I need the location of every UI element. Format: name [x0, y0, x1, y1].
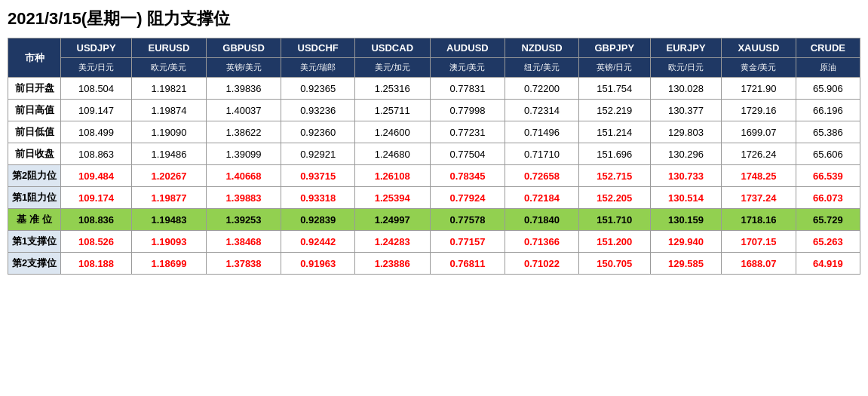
- cell-0-5: 0.77831: [430, 78, 505, 100]
- table-row: 第2阻力位109.4841.202671.406680.937151.26108…: [8, 165, 860, 187]
- header-sub-5: 美元/加元: [354, 58, 430, 78]
- cell-3-10: 65.606: [796, 143, 860, 165]
- cell-6-2: 1.39253: [206, 209, 281, 231]
- header-sub-11: 原油: [796, 58, 860, 78]
- cell-6-3: 0.92839: [281, 209, 354, 231]
- header-sub-3: 英镑/美元: [206, 58, 281, 78]
- cell-4-10: 66.539: [796, 165, 860, 187]
- row-label-8: 第2支撑位: [8, 253, 61, 275]
- cell-4-3: 0.93715: [281, 165, 354, 187]
- header-code-3: GBPUSD: [206, 38, 281, 58]
- header-sub-4: 美元/瑞郎: [281, 58, 354, 78]
- cell-2-0: 108.499: [61, 121, 132, 143]
- cell-2-5: 0.77231: [430, 121, 505, 143]
- cell-7-4: 1.24283: [354, 231, 430, 253]
- cell-2-3: 0.92360: [281, 121, 354, 143]
- cell-3-2: 1.39099: [206, 143, 281, 165]
- table-row: 前日开盘108.5041.198211.398360.923651.253160…: [8, 78, 860, 100]
- cell-5-0: 109.174: [61, 187, 132, 209]
- cell-1-6: 0.72314: [505, 100, 578, 121]
- cell-1-8: 130.377: [650, 100, 721, 121]
- cell-4-2: 1.40668: [206, 165, 281, 187]
- header-code-5: USDCAD: [354, 38, 430, 58]
- cell-8-5: 0.76811: [430, 253, 505, 275]
- cell-1-2: 1.40037: [206, 100, 281, 121]
- cell-8-7: 150.705: [578, 253, 650, 275]
- cell-8-4: 1.23886: [354, 253, 430, 275]
- header-code-2: EURUSD: [132, 38, 207, 58]
- cell-2-8: 129.803: [650, 121, 721, 143]
- cell-4-5: 0.78345: [430, 165, 505, 187]
- row-label-1: 前日高值: [8, 100, 61, 121]
- cell-0-10: 65.906: [796, 78, 860, 100]
- cell-7-9: 1707.15: [722, 231, 796, 253]
- row-label-3: 前日收盘: [8, 143, 61, 165]
- cell-7-0: 108.526: [61, 231, 132, 253]
- table-row: 第1支撑位108.5261.190931.384680.924421.24283…: [8, 231, 860, 253]
- cell-1-7: 152.219: [578, 100, 650, 121]
- cell-0-7: 151.754: [578, 78, 650, 100]
- cell-1-10: 66.196: [796, 100, 860, 121]
- cell-3-1: 1.19486: [132, 143, 207, 165]
- cell-8-10: 64.919: [796, 253, 860, 275]
- cell-1-3: 0.93236: [281, 100, 354, 121]
- cell-6-6: 0.71840: [505, 209, 578, 231]
- cell-3-3: 0.92921: [281, 143, 354, 165]
- header-sub-7: 纽元/美元: [505, 58, 578, 78]
- cell-3-9: 1726.24: [722, 143, 796, 165]
- cell-2-1: 1.19090: [132, 121, 207, 143]
- cell-2-6: 0.71496: [505, 121, 578, 143]
- table-row: 第2支撑位108.1881.186991.378380.919631.23886…: [8, 253, 860, 275]
- cell-6-9: 1718.16: [722, 209, 796, 231]
- cell-7-6: 0.71366: [505, 231, 578, 253]
- cell-5-2: 1.39883: [206, 187, 281, 209]
- header-code-1: USDJPY: [61, 38, 132, 58]
- cell-7-5: 0.77157: [430, 231, 505, 253]
- cell-5-10: 66.073: [796, 187, 860, 209]
- cell-2-7: 151.214: [578, 121, 650, 143]
- cell-7-3: 0.92442: [281, 231, 354, 253]
- row-label-5: 第1阻力位: [8, 187, 61, 209]
- cell-7-10: 65.263: [796, 231, 860, 253]
- cell-4-1: 1.20267: [132, 165, 207, 187]
- header-code-8: GBPJPY: [578, 38, 650, 58]
- cell-2-9: 1699.07: [722, 121, 796, 143]
- cell-5-3: 0.93318: [281, 187, 354, 209]
- cell-6-0: 108.836: [61, 209, 132, 231]
- cell-4-8: 130.733: [650, 165, 721, 187]
- cell-0-8: 130.028: [650, 78, 721, 100]
- cell-8-6: 0.71022: [505, 253, 578, 275]
- cell-0-6: 0.72200: [505, 78, 578, 100]
- cell-2-4: 1.24600: [354, 121, 430, 143]
- row-label-7: 第1支撑位: [8, 231, 61, 253]
- cell-1-4: 1.25711: [354, 100, 430, 121]
- cell-3-0: 108.863: [61, 143, 132, 165]
- cell-0-2: 1.39836: [206, 78, 281, 100]
- cell-7-7: 151.200: [578, 231, 650, 253]
- cell-7-8: 129.940: [650, 231, 721, 253]
- header-row-codes: 市种USDJPYEURUSDGBPUSDUSDCHFUSDCADAUDUSDNZ…: [8, 38, 860, 58]
- cell-4-4: 1.26108: [354, 165, 430, 187]
- cell-8-1: 1.18699: [132, 253, 207, 275]
- cell-6-5: 0.77578: [430, 209, 505, 231]
- cell-3-4: 1.24680: [354, 143, 430, 165]
- cell-5-4: 1.25394: [354, 187, 430, 209]
- cell-2-2: 1.38622: [206, 121, 281, 143]
- cell-4-7: 152.715: [578, 165, 650, 187]
- cell-5-5: 0.77924: [430, 187, 505, 209]
- cell-6-7: 151.710: [578, 209, 650, 231]
- table-row: 基 准 位108.8361.194831.392530.928391.24997…: [8, 209, 860, 231]
- header-sub-1: 美元/日元: [61, 58, 132, 78]
- header-code-6: AUDUSD: [430, 38, 505, 58]
- header-sub-9: 欧元/日元: [650, 58, 721, 78]
- cell-7-1: 1.19093: [132, 231, 207, 253]
- cell-6-4: 1.24997: [354, 209, 430, 231]
- header-code-10: XAUUSD: [722, 38, 796, 58]
- cell-5-6: 0.72184: [505, 187, 578, 209]
- cell-0-4: 1.25316: [354, 78, 430, 100]
- cell-4-6: 0.72658: [505, 165, 578, 187]
- cell-2-10: 65.386: [796, 121, 860, 143]
- cell-3-7: 151.696: [578, 143, 650, 165]
- table-row: 第1阻力位109.1741.198771.398830.933181.25394…: [8, 187, 860, 209]
- cell-5-7: 152.205: [578, 187, 650, 209]
